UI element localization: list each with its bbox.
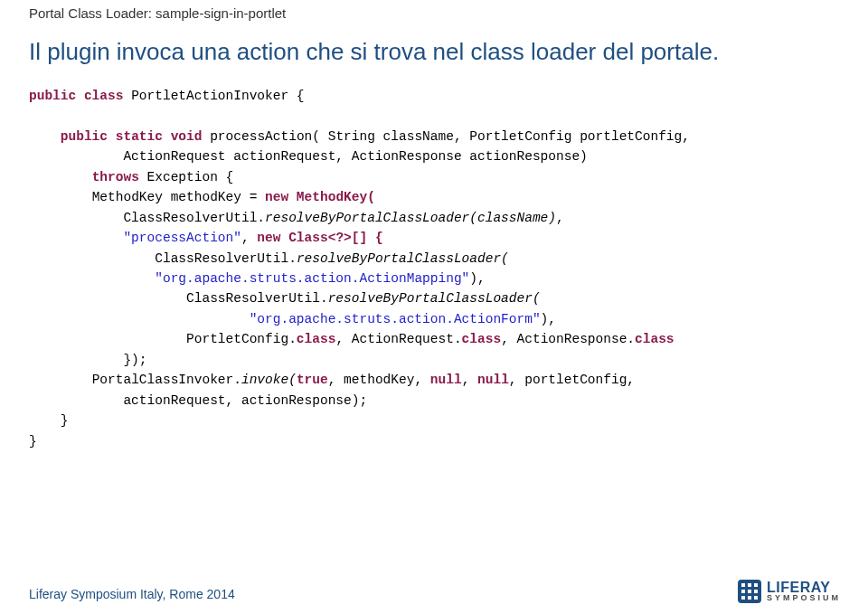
sep-1: , xyxy=(241,231,257,245)
paren-1: ), xyxy=(469,271,485,286)
kw-class3: class xyxy=(635,332,675,346)
paren-2: ), xyxy=(541,312,556,326)
class-array: Class<?>[] { xyxy=(280,231,382,245)
ctor-methodkey: MethodKey( xyxy=(288,190,375,204)
ar-a: , ActionRequest. xyxy=(335,332,461,346)
class-decl: PortletActionInvoker { xyxy=(123,89,304,103)
breadcrumb: Portal Class Loader: sample-sign-in-port… xyxy=(29,5,843,21)
kw-null1: null xyxy=(430,373,462,387)
kw-class2: class xyxy=(462,332,502,346)
svg-rect-4 xyxy=(741,590,745,593)
throws-rest: Exception { xyxy=(139,170,233,184)
method-sig-1: processAction( String className, Portlet… xyxy=(202,129,690,144)
str-processaction: "processAction" xyxy=(123,231,241,245)
liferay-logo-icon xyxy=(738,580,761,603)
var-decl: MethodKey methodKey = xyxy=(92,190,265,204)
inv-c: , methodKey, xyxy=(328,373,430,387)
kw-static: static xyxy=(116,129,163,144)
str-actionform: "org.apache.struts.action.ActionForm" xyxy=(250,312,541,326)
kw-class1: class xyxy=(297,332,336,346)
resolver-2b: resolveByPortalClassLoader( xyxy=(297,251,509,266)
kw-new2: new xyxy=(257,231,280,245)
kw-class: class xyxy=(84,89,124,103)
invoke-call: invoke( xyxy=(241,373,297,387)
liferay-logo: LIFERAY SYMPOSIUM xyxy=(738,580,841,603)
svg-rect-3 xyxy=(754,583,758,587)
resolver-3b: resolveByPortalClassLoader( xyxy=(328,291,541,306)
kw-true: true xyxy=(297,373,328,387)
pc-a: PortletConfig. xyxy=(186,332,297,346)
arsp-a: , ActionResponse. xyxy=(501,332,635,346)
svg-rect-6 xyxy=(754,590,758,593)
kw-public: public xyxy=(29,89,76,103)
footer-text: Liferay Symposium Italy, Rome 2014 xyxy=(29,587,235,601)
resolver-2a: ClassResolverUtil. xyxy=(155,251,297,266)
close-method: } xyxy=(61,413,69,428)
logo-name: LIFERAY xyxy=(767,581,841,594)
kw-null2: null xyxy=(477,373,509,387)
svg-rect-1 xyxy=(741,583,745,587)
kw-void: void xyxy=(171,129,203,144)
resolver-3a: ClassResolverUtil. xyxy=(186,291,328,306)
svg-rect-2 xyxy=(748,583,751,587)
kw-throws: throws xyxy=(92,170,139,184)
comma-1: , xyxy=(556,211,564,225)
inv-e: , portletConfig, xyxy=(509,373,635,387)
resolver-1a: ClassResolverUtil. xyxy=(123,211,265,225)
invoker-a: PortalClassInvoker. xyxy=(92,373,241,387)
svg-rect-8 xyxy=(748,596,751,600)
svg-rect-9 xyxy=(754,596,758,600)
close-array: }); xyxy=(123,353,146,367)
inv-line2: actionRequest, actionResponse); xyxy=(123,393,367,408)
logo-sub: SYMPOSIUM xyxy=(767,594,841,602)
svg-rect-7 xyxy=(741,596,745,600)
close-class: } xyxy=(29,434,37,449)
kw-new1: new xyxy=(265,190,288,204)
resolver-1b: resolveByPortalClassLoader(className) xyxy=(265,211,556,225)
inv-d: , xyxy=(462,373,477,387)
str-actionmapping: "org.apache.struts.action.ActionMapping" xyxy=(155,271,469,286)
method-sig-2: ActionRequest actionRequest, ActionRespo… xyxy=(123,149,587,164)
page-title: Il plugin invoca una action che si trova… xyxy=(29,37,843,68)
kw-public2: public xyxy=(61,129,108,144)
code-block: public class PortletActionInvoker { publ… xyxy=(29,86,843,451)
svg-rect-5 xyxy=(748,590,751,593)
